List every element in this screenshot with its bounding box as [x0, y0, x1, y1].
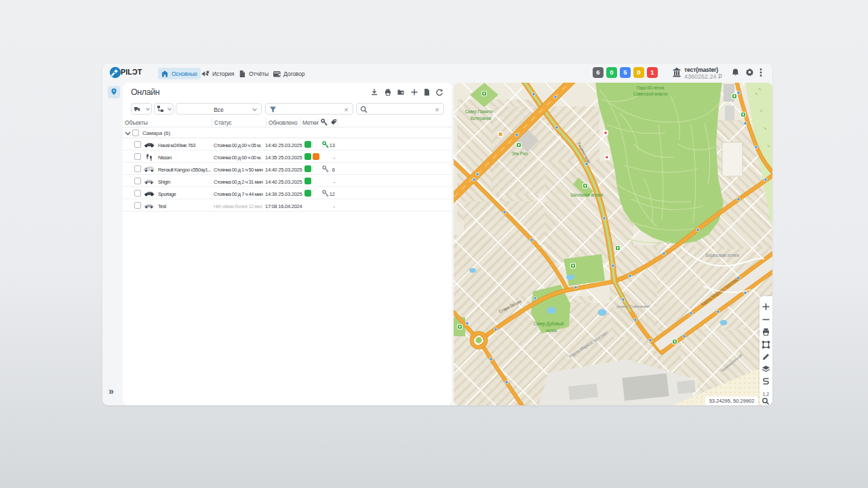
svg-text:Советской власти: Советской власти: [633, 92, 668, 96]
svg-text:Школьная аллея: Школьная аллея: [570, 192, 603, 197]
svg-text:Сквер Дубовый: Сквер Дубовый: [534, 321, 564, 327]
svg-text:Ветеранов: Ветеранов: [471, 116, 492, 121]
svg-text:1,2: 1,2: [763, 392, 770, 396]
svg-text:Сквер Памяти: Сквер Памяти: [465, 109, 493, 115]
svg-text:Парк 60-летия: Парк 60-летия: [637, 85, 665, 91]
svg-text:колок: колок: [546, 328, 557, 333]
svg-text:рынок "Соколенки": рынок "Соколенки": [616, 304, 650, 308]
svg-text:Эль Рио: Эль Рио: [511, 151, 528, 156]
svg-text:Березовая аллея: Березовая аллея: [705, 253, 739, 258]
